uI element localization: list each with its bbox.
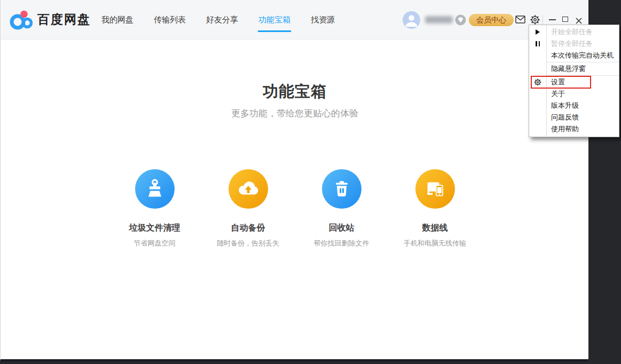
feature-desc: 节省网盘空间 <box>108 239 201 248</box>
feature-desc: 帮你找回删除文件 <box>295 239 388 248</box>
cloud-upload-icon <box>229 169 268 209</box>
feature-name: 自动备份 <box>201 223 295 234</box>
menu-item-feedback[interactable]: 问题反馈 <box>529 112 619 123</box>
menu-separator <box>547 75 619 76</box>
tab-my-netdisk[interactable]: 我的网盘 <box>101 0 133 39</box>
feature-grid: 垃圾文件清理 节省网盘空间 自动备份 随时备份，告别丢失 <box>1 169 589 248</box>
feature-junk-clean[interactable]: 垃圾文件清理 节省网盘空间 <box>108 169 201 248</box>
feature-usb-cable[interactable]: 数据线 手机和电脑无线传输 <box>388 169 482 248</box>
maximize-icon[interactable] <box>562 17 568 22</box>
page-title: 功能宝箱 <box>1 81 589 102</box>
baidu-netdisk-logo-icon <box>9 8 33 31</box>
trash-icon <box>322 169 361 209</box>
menu-item-start-all-tasks[interactable]: 开始全部任务 <box>529 26 619 38</box>
main-nav: 我的网盘 传输列表 好友分享 功能宝箱 找资源 <box>101 0 335 39</box>
logo-text: 百度网盘 <box>37 11 91 28</box>
play-icon <box>529 29 546 35</box>
devices-icon <box>415 169 455 209</box>
tab-friend-share[interactable]: 好友分享 <box>206 0 238 39</box>
brush-icon <box>135 169 175 209</box>
feature-name: 回收站 <box>295 223 388 234</box>
feature-auto-backup[interactable]: 自动备份 随时备份，告别丢失 <box>201 169 295 248</box>
vip-level-badge-icon[interactable] <box>455 14 466 26</box>
feature-desc: 随时备份，告别丢失 <box>201 239 295 248</box>
menu-item-help[interactable]: 使用帮助 <box>529 123 619 135</box>
menu-separator <box>547 62 619 62</box>
page-subtitle: 更多功能，带给您更贴心的体验 <box>1 107 589 120</box>
username-blurred <box>425 16 453 23</box>
minimize-icon[interactable] <box>549 19 556 20</box>
gear-icon <box>529 78 546 86</box>
tab-function-box[interactable]: 功能宝箱 <box>258 0 290 39</box>
vip-center-button[interactable]: 会员中心 <box>469 14 514 26</box>
mail-icon[interactable] <box>515 15 525 26</box>
app-logo: 百度网盘 <box>9 8 91 31</box>
menu-item-settings[interactable]: 设置 <box>529 76 619 88</box>
menu-item-about[interactable]: 关于 <box>529 88 619 100</box>
feature-recycle-bin[interactable]: 回收站 帮你找回删除文件 <box>295 169 388 248</box>
menu-item-pause-all-tasks[interactable]: 暂停全部任务 <box>529 38 619 50</box>
menu-item-version-upgrade[interactable]: 版本升级 <box>529 100 619 112</box>
settings-dropdown-menu: 开始全部任务 暂停全部任务 本次传输完自动关机 隐藏悬浮窗 设 <box>529 25 619 137</box>
feature-name: 垃圾文件清理 <box>108 223 201 234</box>
feature-desc: 手机和电脑无线传输 <box>388 239 482 248</box>
top-bar: 百度网盘 我的网盘 传输列表 好友分享 功能宝箱 找资源 会员中心 <box>1 0 588 39</box>
tab-find-resources[interactable]: 找资源 <box>311 0 335 39</box>
tab-transfer-list[interactable]: 传输列表 <box>154 0 186 39</box>
menu-item-hide-float-window[interactable]: 隐藏悬浮窗 <box>529 63 619 75</box>
person-icon <box>403 11 420 29</box>
feature-name: 数据线 <box>388 223 482 234</box>
app-window: 百度网盘 我的网盘 传输列表 好友分享 功能宝箱 找资源 会员中心 <box>0 0 588 361</box>
pause-icon <box>529 41 546 46</box>
user-avatar[interactable] <box>403 11 420 29</box>
menu-item-shutdown-after-transfer[interactable]: 本次传输完自动关机 <box>529 50 619 61</box>
controls-divider <box>543 15 543 25</box>
